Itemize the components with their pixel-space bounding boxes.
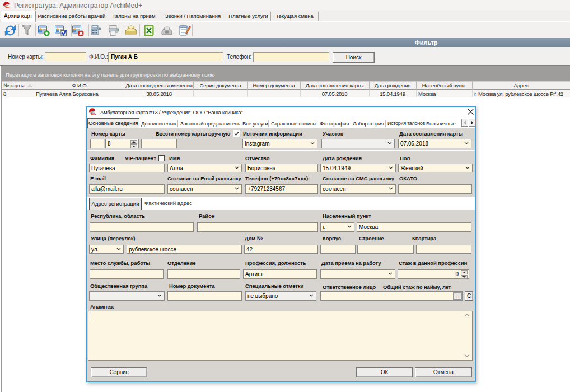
svg-text:АМ+: АМ+ xyxy=(5,6,11,9)
svg-text:АМ+: АМ+ xyxy=(91,113,96,115)
